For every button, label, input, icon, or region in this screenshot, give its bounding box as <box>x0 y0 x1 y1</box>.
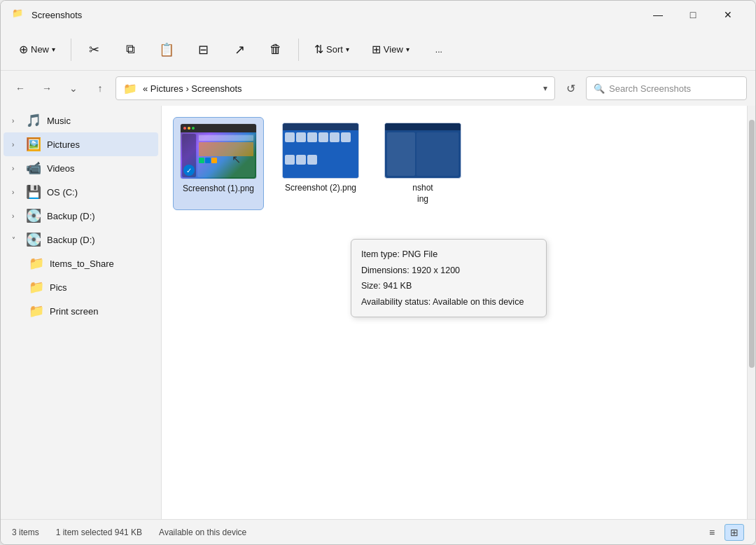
new-label: New <box>31 44 49 55</box>
paste-button[interactable]: 📋 <box>150 32 183 68</box>
thumb1-top <box>181 124 256 132</box>
new-button[interactable]: ⊕ New ▾ <box>9 32 65 68</box>
file-item-1[interactable]: ✓ ↖ Screenshot (1).png <box>173 117 264 210</box>
status-bar: 3 items 1 item selected 941 KB Available… <box>1 519 755 544</box>
rename-icon: ⊟ <box>198 42 209 57</box>
tooltip-item-type-label: Item type: <box>361 249 400 259</box>
sort-icon: ⇅ <box>314 43 323 56</box>
tooltip-item-type: Item type: PNG File <box>361 247 536 263</box>
refresh-button[interactable]: ↺ <box>559 77 582 99</box>
back-button[interactable]: ← <box>9 77 31 99</box>
status-text: 3 items 1 item selected 941 KB Available… <box>12 527 246 537</box>
sidebar-sub-items-to-share[interactable]: 📁 Items_to_Share <box>4 251 158 275</box>
sidebar-videos-label: Videos <box>47 163 75 174</box>
share-button[interactable]: ↗ <box>223 32 256 68</box>
title-bar: 📁 Screenshots — □ ✕ <box>1 1 755 29</box>
search-box[interactable]: 🔍 Search Screenshots <box>586 76 747 100</box>
file-item-2[interactable]: Screenshot (2).png <box>275 117 366 210</box>
tooltip-size: Size: 941 KB <box>361 278 536 294</box>
t2-icon7 <box>285 155 295 165</box>
backup1-icon: 💽 <box>26 208 41 223</box>
sidebar-item-backup1[interactable]: › 💽 Backup (D:) <box>4 204 158 228</box>
t2-icon5 <box>330 132 340 142</box>
more-button[interactable]: ... <box>422 32 456 68</box>
tooltip-size-label: Size: <box>361 281 381 291</box>
file-name-2: Screenshot (2).png <box>285 183 356 194</box>
list-view-button[interactable]: ≡ <box>702 524 722 541</box>
view-icon: ⊞ <box>372 43 381 56</box>
sidebar-item-backup2[interactable]: ˅ 💽 Backup (D:) <box>4 228 158 251</box>
status-view-buttons: ≡ ⊞ <box>702 524 744 541</box>
grid-view-button[interactable]: ⊞ <box>724 524 744 541</box>
tooltip-dimensions-label: Dimensions: <box>361 265 410 275</box>
pictures-icon: 🖼️ <box>26 137 41 152</box>
t2-icon9 <box>307 155 317 165</box>
print-screen-folder-icon: 📁 <box>29 303 44 319</box>
address-input[interactable]: 📁 « Pictures › Screenshots ▾ <box>115 76 555 100</box>
minimize-button[interactable]: — <box>642 4 674 26</box>
thumb3-left <box>387 132 415 176</box>
cursor-indicator: ↖ <box>232 153 241 166</box>
expand-backup2-icon: ˅ <box>12 236 20 244</box>
tooltip-dimensions: Dimensions: 1920 x 1200 <box>361 263 536 279</box>
cut-icon: ✂ <box>89 42 99 57</box>
file-check-1: ✓ <box>183 165 195 176</box>
up-button[interactable]: ↑ <box>89 77 111 99</box>
cut-button[interactable]: ✂ <box>77 32 111 68</box>
thumb1-row1 <box>199 135 253 141</box>
file-item-3[interactable]: nshoting <box>377 117 468 210</box>
toolbar: ⊕ New ▾ ✂ ⧉ 📋 ⊟ ↗ 🗑 ⇅ Sort ▾ <box>1 29 755 71</box>
tooltip-availability: Availability status: Available on this d… <box>361 294 536 310</box>
t1-app1 <box>199 158 204 163</box>
window-controls: — □ ✕ <box>642 4 744 26</box>
sort-button[interactable]: ⇅ Sort ▾ <box>304 32 359 68</box>
delete-button[interactable]: 🗑 <box>259 32 293 68</box>
t2-icon8 <box>296 155 306 165</box>
file-tooltip: Item type: PNG File Dimensions: 1920 x 1… <box>351 239 547 317</box>
file-thumbnail-1: ✓ ↖ <box>180 123 257 179</box>
view-button[interactable]: ⊞ View ▾ <box>362 32 419 68</box>
t2-icon6 <box>341 132 351 142</box>
tooltip-size-value: 941 KB <box>383 281 412 291</box>
thumb3-top <box>385 123 461 130</box>
file-area: ✓ ↖ Screenshot (1).png <box>162 106 755 519</box>
videos-icon: 📹 <box>26 160 41 176</box>
sidebar-music-label: Music <box>47 116 71 126</box>
expand-music-icon: › <box>12 117 20 125</box>
file-name-3: nshoting <box>412 183 433 205</box>
search-icon: 🔍 <box>594 83 605 94</box>
sidebar-print-screen-label: Print screen <box>50 306 98 317</box>
window-icon: 📁 <box>12 8 26 22</box>
sidebar-pics-label: Pics <box>50 282 67 293</box>
sidebar-item-pictures[interactable]: › 🖼️ Pictures <box>4 132 158 156</box>
close-button[interactable]: ✕ <box>712 4 744 26</box>
toolbar-divider-1 <box>71 39 71 61</box>
maximize-button[interactable]: □ <box>677 4 709 26</box>
new-plus-icon: ⊕ <box>19 43 28 56</box>
delete-icon: 🗑 <box>270 42 282 57</box>
view-label: View <box>384 44 403 55</box>
tooltip-item-type-value: PNG File <box>402 249 438 259</box>
search-placeholder: Search Screenshots <box>609 83 691 94</box>
thumb1-main <box>197 134 255 177</box>
expand-button[interactable]: ⌄ <box>62 77 85 99</box>
file-explorer-window: 📁 Screenshots — □ ✕ ⊕ New ▾ ✂ ⧉ 📋 ⊟ <box>0 0 756 545</box>
thumb3-right <box>416 132 458 176</box>
forward-button[interactable]: → <box>36 77 58 99</box>
sidebar-item-videos[interactable]: › 📹 Videos <box>4 156 158 180</box>
status-availability: Available on this device <box>159 527 246 537</box>
file-scrollbar-track <box>747 106 755 519</box>
t1-dot1 <box>183 127 186 130</box>
tooltip-dimensions-value: 1920 x 1200 <box>412 265 460 275</box>
copy-button[interactable]: ⧉ <box>113 32 147 68</box>
sidebar-pictures-label: Pictures <box>47 139 80 150</box>
file-name-1: Screenshot (1).png <box>183 184 254 195</box>
sidebar-sub-print-screen[interactable]: 📁 Print screen <box>4 299 158 323</box>
sidebar-sub-pics[interactable]: 📁 Pics <box>4 275 158 299</box>
expand-videos-icon: › <box>12 165 20 172</box>
rename-button[interactable]: ⊟ <box>186 32 220 68</box>
sidebar-item-osc[interactable]: › 💾 OS (C:) <box>4 180 158 204</box>
sidebar-item-music[interactable]: › 🎵 Music <box>4 109 158 132</box>
sidebar-items-to-share-label: Items_to_Share <box>50 258 114 269</box>
music-icon: 🎵 <box>26 113 41 128</box>
